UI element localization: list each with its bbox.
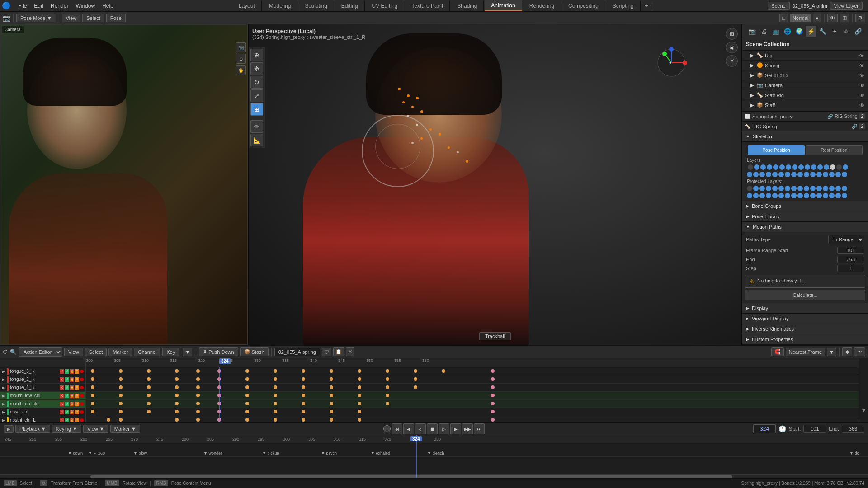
add-workspace-button[interactable]: + bbox=[642, 2, 652, 10]
collection-item-rig[interactable]: ▶ 🦴 Rig 👁 bbox=[742, 51, 868, 61]
tab-modeling[interactable]: Modeling bbox=[263, 1, 298, 11]
viewport-display-header[interactable]: ▶ Viewport Display bbox=[742, 314, 868, 324]
rpanel-icon-object[interactable]: ⚡ bbox=[806, 26, 816, 37]
play-prev-frame-btn[interactable]: ◀ bbox=[403, 423, 414, 434]
push-down-btn[interactable]: ⬇Push Down bbox=[199, 347, 238, 356]
prot2-layer-dot-9[interactable] bbox=[797, 193, 803, 198]
kf-row-3[interactable] bbox=[86, 384, 859, 392]
frame-range-end-value[interactable]: 363 bbox=[837, 256, 864, 263]
tl-key-menu[interactable]: Key bbox=[162, 348, 179, 356]
frame-range-start-value[interactable]: 101 bbox=[837, 247, 864, 254]
prot-layer-dot-2[interactable] bbox=[753, 186, 759, 191]
layer-dot-10[interactable] bbox=[805, 164, 810, 170]
view-layer-selector[interactable]: View Layer bbox=[830, 2, 863, 10]
prot2-layer-dot-12[interactable] bbox=[816, 193, 822, 198]
pose-position-btn[interactable]: Pose Position bbox=[748, 145, 805, 155]
tab-texture-paint[interactable]: Texture Paint bbox=[405, 1, 450, 11]
prot-layer-dot-7[interactable] bbox=[785, 186, 790, 191]
layer-dot-18[interactable] bbox=[753, 172, 759, 177]
layer-dot-13[interactable] bbox=[824, 164, 829, 170]
layer-dot-31[interactable] bbox=[835, 172, 841, 177]
track-mouth-up[interactable]: ▶ mouth_up_ctrl K M 🔒 P bbox=[0, 400, 85, 408]
layer-dot-1[interactable] bbox=[748, 164, 753, 170]
kf-row-2[interactable] bbox=[86, 375, 859, 384]
pose-library-header[interactable]: ▶ Pose Library bbox=[742, 211, 868, 222]
prot-layer-dot-10[interactable] bbox=[804, 186, 809, 191]
layer-dot-23[interactable] bbox=[785, 172, 790, 177]
tl-view-menu[interactable]: View bbox=[64, 348, 83, 356]
layer-dot-24[interactable] bbox=[791, 172, 797, 177]
track-tongue1ik[interactable]: ▶ tongue_1_ik K M 🔒 P bbox=[0, 384, 85, 392]
collection-item-camera[interactable]: ▶ 📷 Camera 👁 bbox=[742, 80, 868, 90]
layer-dot-21[interactable] bbox=[772, 172, 778, 177]
transform-tool[interactable]: ⊞ bbox=[250, 103, 263, 116]
prot-layer-dot-13[interactable] bbox=[823, 186, 828, 191]
prot-layer-dot-4[interactable] bbox=[766, 186, 771, 191]
layer-dot-29[interactable] bbox=[823, 172, 828, 177]
filter-icon[interactable]: ▼ bbox=[183, 348, 192, 356]
kf-row-5[interactable] bbox=[86, 400, 859, 408]
shading-mode-solid[interactable]: Normal bbox=[790, 14, 811, 22]
menu-help[interactable]: Help bbox=[99, 2, 117, 10]
prot-layer-dot-16[interactable] bbox=[842, 186, 847, 191]
track-tongue3ik[interactable]: ▶ tongue_3_ik K M 🔒 P bbox=[0, 367, 85, 375]
cursor-tool[interactable]: ⊕ bbox=[250, 49, 263, 61]
track-mouth-low[interactable]: ▶ mouth_low_ctrl K M 🔒 P bbox=[0, 392, 85, 400]
layer-dot-25[interactable] bbox=[797, 172, 803, 177]
collection-item-set[interactable]: ▶ 📦 Set 99 39.6 👁 bbox=[742, 70, 868, 80]
prot-layer-dot-12[interactable] bbox=[816, 186, 822, 191]
tab-compositing[interactable]: Compositing bbox=[562, 1, 605, 11]
layer-dot-27[interactable] bbox=[810, 172, 816, 177]
prot2-layer-dot-3[interactable] bbox=[760, 193, 765, 198]
track-nostril-l[interactable]: ▶ nostril_ctrl_L K M 🔒 P bbox=[0, 416, 85, 422]
layer-dot-17[interactable] bbox=[747, 172, 752, 177]
prot2-layer-dot-4[interactable] bbox=[766, 193, 771, 198]
select-menu[interactable]: Select bbox=[82, 14, 104, 22]
rpanel-icon-physics[interactable]: ⚛ bbox=[841, 26, 852, 37]
prot2-layer-dot-10[interactable] bbox=[804, 193, 809, 198]
prot-layer-dot-1[interactable] bbox=[747, 186, 752, 191]
rpanel-icon-render[interactable]: 📷 bbox=[747, 26, 758, 37]
nearest-frame-select[interactable]: Nearest Frame bbox=[786, 348, 825, 356]
move-tool[interactable]: ✥ bbox=[250, 62, 263, 75]
frame-range-step-value[interactable]: 1 bbox=[837, 265, 864, 272]
tab-layout[interactable]: Layout bbox=[232, 1, 262, 11]
custom-properties-header[interactable]: ▶ Custom Properties bbox=[742, 334, 868, 345]
second-timeline[interactable]: 245 250 255 260 265 270 275 280 285 290 … bbox=[0, 435, 868, 478]
layer-dot-15[interactable] bbox=[836, 164, 842, 170]
prot-layer-dot-9[interactable] bbox=[797, 186, 803, 191]
camera-sidebar-icon[interactable]: 📷 bbox=[236, 42, 246, 52]
gizmo-options[interactable]: ⚙ bbox=[855, 14, 865, 22]
layer-dot-14[interactable] bbox=[830, 164, 835, 170]
layer-dot-5[interactable] bbox=[773, 164, 778, 170]
measure-tool[interactable]: 📐 bbox=[250, 134, 263, 146]
playback-options[interactable]: ⋯ bbox=[854, 347, 865, 356]
kf-row-6[interactable] bbox=[86, 408, 859, 416]
play-next-frame-btn[interactable]: ▶ bbox=[450, 423, 461, 434]
layer-dot-26[interactable] bbox=[804, 172, 809, 177]
rpanel-icon-output[interactable]: 🖨 bbox=[759, 26, 769, 37]
layer-dot-30[interactable] bbox=[829, 172, 835, 177]
menu-render[interactable]: Render bbox=[47, 2, 72, 10]
motion-paths-header[interactable]: ▼ Motion Paths bbox=[742, 222, 868, 232]
prot2-layer-dot-1[interactable] bbox=[747, 193, 752, 198]
display-header[interactable]: ▶ Display bbox=[742, 303, 868, 314]
annotate-tool[interactable]: ✏ bbox=[250, 120, 263, 133]
play-next-keyframe-btn[interactable]: ▷ bbox=[439, 423, 449, 434]
tab-scripting[interactable]: Scripting bbox=[606, 1, 641, 11]
bone-groups-header[interactable]: ▶ Bone Groups bbox=[742, 201, 868, 211]
layer-dot-19[interactable] bbox=[760, 172, 765, 177]
layer-dot-8[interactable] bbox=[792, 164, 797, 170]
nearest-frame-dropdown[interactable]: ▼ bbox=[827, 348, 836, 356]
viewport-perspective-icon[interactable]: ◉ bbox=[726, 42, 738, 53]
viewport-render-icon[interactable]: ☀ bbox=[726, 55, 738, 67]
menu-window[interactable]: Window bbox=[72, 2, 99, 10]
tab-sculpting[interactable]: Sculpting bbox=[298, 1, 334, 11]
keyframe-type-select[interactable]: ◆ bbox=[842, 347, 852, 356]
marker-btn[interactable]: Marker ▼ bbox=[110, 425, 140, 433]
shading-mode-wire[interactable]: □ bbox=[779, 14, 788, 22]
rpanel-icon-particles[interactable]: ✦ bbox=[829, 26, 840, 37]
pose-mode-dropdown[interactable]: Pose Mode ▼ bbox=[16, 14, 56, 22]
play-skip-start-btn[interactable]: ⏮ bbox=[392, 423, 402, 434]
playback-icon[interactable]: ▶ bbox=[4, 425, 14, 433]
